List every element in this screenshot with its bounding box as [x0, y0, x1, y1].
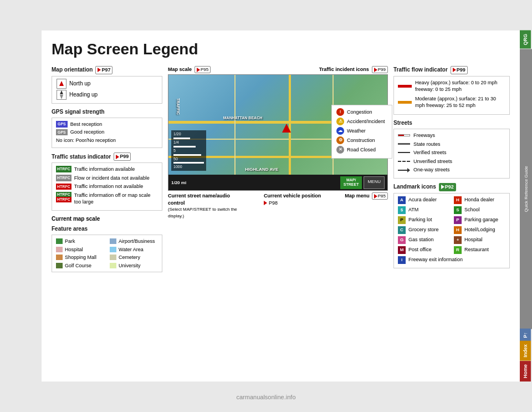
parking-garage-label: Parking garage [464, 216, 498, 223]
landmark-post-office: M Post office [398, 246, 449, 254]
restaurant-icon: R [454, 246, 462, 254]
map-orientation-section: Map orientation P97 North up [52, 66, 162, 104]
tab-quick-ref: Quick Reference Guide [520, 49, 532, 329]
atm-icon: $ [398, 206, 406, 214]
hotel-icon: H [454, 226, 462, 234]
feature-park: Park [56, 238, 104, 245]
tab-pg[interactable]: P↑ [520, 329, 531, 342]
feature-airport-label: Airport/Business [119, 238, 155, 245]
atm-label: ATM [408, 206, 418, 213]
traffic-flow-icon: HTRFC [56, 175, 71, 181]
landmark-school: S School [454, 206, 505, 214]
honda-dealer-label: Honda dealer [464, 196, 494, 204]
verified-street-label: Verified streets [413, 149, 447, 156]
gps-best-icon: GPS [56, 121, 68, 128]
freeway-label: Freeways [413, 132, 435, 139]
flow-moderate-line [398, 101, 412, 104]
feature-airport: Airport/Business [110, 238, 158, 245]
state-route-label: State routes [413, 141, 441, 148]
gps-good-label: Good reception [70, 129, 105, 136]
traffic-incident-ref: P99 [372, 66, 388, 73]
flow-heavy-line [398, 85, 412, 88]
map-scale-ref: P95 [195, 66, 211, 73]
map-label-manhattan: MANHATTAN BEACH [223, 115, 263, 121]
landmark-grocery: C Grocery store [398, 226, 449, 234]
current-map-scale-label: Current map scale [52, 215, 162, 223]
north-up-label: North up [69, 80, 90, 88]
feature-university: University [110, 262, 158, 269]
landmark-hotel: H Hotel/Lodging [454, 226, 505, 234]
traffic-flow-ref: P99 [451, 66, 468, 74]
honda-dealer-icon: H [454, 196, 462, 204]
map-street-button[interactable]: MAP/STREET [340, 176, 362, 189]
gps-best-label: Best reception [70, 121, 103, 128]
north-up-icon [57, 79, 66, 89]
flow-moderate-label: Moderate (approx.) surface: 21 to 30 mph… [415, 95, 505, 109]
traffic-flow-label: Traffic flow indicator [393, 66, 448, 74]
hotel-label: Hotel/Lodging [464, 226, 495, 233]
traffic-available-label: Traffic information available [74, 166, 135, 173]
school-icon: S [454, 206, 462, 214]
streets-label: Streets [393, 119, 412, 127]
parking-garage-icon: P [454, 216, 462, 224]
hospital-icon: + [454, 236, 462, 244]
traffic-status-section: Traffic status indicator P99 HTRFC Traff… [52, 152, 162, 211]
incident-weather-label: Weather [347, 128, 366, 135]
vehicle-pos-label: Current vehicle position [264, 192, 321, 200]
current-street-sub: (Select MAP/STREET to switch the display… [168, 206, 240, 218]
verified-street-line-icon [398, 152, 410, 153]
school-label: School [464, 206, 480, 213]
content-area: Map Screen Legend Map orientation P97 [42, 30, 520, 382]
gps-no-label: No icon: Poor/No reception [56, 137, 116, 144]
landmark-acura: A Acura dealer [398, 196, 449, 204]
landmark-freeway-exit: i Freeway exit information [398, 256, 505, 264]
tab-qrg[interactable]: QRG [520, 30, 531, 49]
map-label-traffic: TRAFFIC [175, 98, 181, 115]
map-menu-button[interactable]: MENU [364, 176, 385, 189]
map-orientation-ref: P97 [95, 66, 112, 74]
current-street-label: Current street name/audio control [168, 192, 240, 206]
heading-up-label: Heading up [69, 91, 98, 99]
streets-section: Streets Freeways State routes Verified s… [393, 119, 510, 179]
vehicle-pos-ref: P98 [269, 200, 278, 207]
vehicle-position-marker [282, 124, 291, 133]
tab-index[interactable]: Index [520, 341, 531, 361]
grocery-label: Grocery store [408, 226, 439, 233]
landmark-icons-ref: P92 [439, 183, 456, 191]
tab-home[interactable]: Home [520, 361, 531, 382]
landmark-honda: H Honda dealer [454, 196, 505, 204]
gps-good-icon: GPS [56, 129, 68, 136]
feature-areas-label: Feature areas [52, 225, 88, 233]
right-sidebar: QRG Quick Reference Guide P↑ Index Home [520, 30, 532, 382]
incident-roadclosed-label: Road Closed [347, 146, 376, 154]
landmark-restaurant: R Restaurant [454, 246, 505, 254]
incident-weather-icon: ☁ [336, 127, 344, 135]
flow-heavy-label: Heavy (approx.) surface: 0 to 20 mph fre… [415, 79, 505, 93]
post-office-label: Post office [408, 246, 432, 253]
feature-water-label: Water Area [119, 246, 144, 253]
landmark-icons-section: Landmark icons P92 A Acura dealer H Hond… [393, 183, 510, 268]
landmark-parking-lot: P Parking lot [398, 216, 449, 224]
traffic-off-icon: HTRFC HTRFC [56, 192, 71, 202]
acura-dealer-label: Acura dealer [408, 196, 437, 204]
parking-lot-label: Parking lot [408, 216, 432, 223]
feature-cemetery-label: Cemetery [119, 254, 140, 261]
feature-park-label: Park [65, 238, 75, 245]
page-title: Map Screen Legend [52, 40, 510, 58]
gps-signal-section: GPS signal strength GPS Best reception G… [52, 108, 162, 149]
freeway-exit-label: Freeway exit information [408, 256, 463, 263]
incident-construction-icon: ⚙ [336, 136, 344, 144]
traffic-off-label: Traffic information off or map scale too… [74, 192, 158, 206]
feature-areas-section: Feature areas Park Airport/Business [52, 225, 162, 272]
incident-construction-label: Construction [347, 137, 375, 144]
incident-roadclosed-icon: ✕ [336, 146, 344, 154]
unverified-street-label: Unverified streets [413, 158, 452, 165]
landmark-icons-label: Landmark icons [393, 183, 436, 191]
traffic-incident-legend: ! Congestion ⚠ Accident/Incident ☁ Weath… [331, 105, 392, 159]
map-bottom-bar: 1/20 mi MAP/STREET MENU [168, 175, 387, 190]
state-route-line-icon [398, 143, 410, 145]
traffic-unavail-label: Traffic information not available [74, 183, 144, 190]
incident-accident-label: Accident/Incident [347, 118, 385, 125]
traffic-incident-section-label: Traffic incident icons [319, 66, 369, 73]
traffic-available-icon: HTRFC [56, 166, 71, 172]
